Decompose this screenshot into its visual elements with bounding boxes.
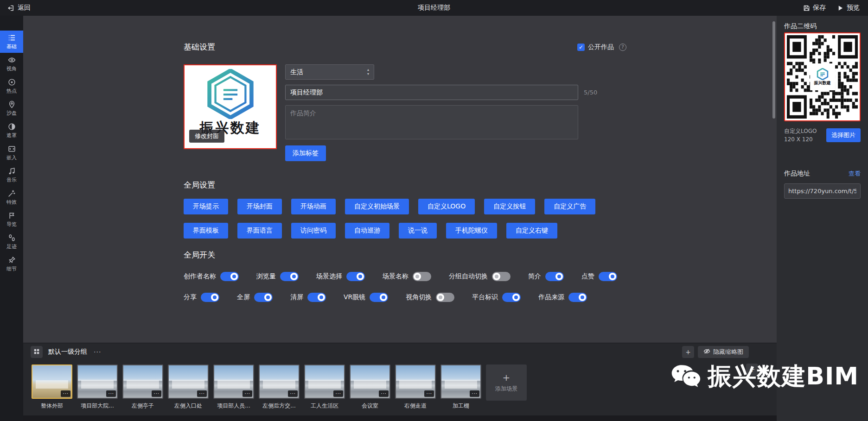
- sidebar-item-effects[interactable]: 特效: [0, 186, 23, 208]
- toggle-on[interactable]: [254, 293, 273, 302]
- global-setting-button[interactable]: 说一说: [399, 223, 437, 239]
- toggle-off[interactable]: [436, 293, 454, 302]
- add-scene-button[interactable]: + 添加场景: [486, 364, 527, 401]
- scene-thumbnail[interactable]: ···: [259, 364, 300, 399]
- switch-item: 简介: [528, 272, 564, 281]
- scene-thumbnail[interactable]: ···: [168, 364, 209, 399]
- scene-more-button[interactable]: ···: [106, 390, 116, 397]
- hide-thumbnails-button[interactable]: 隐藏缩略图: [698, 346, 749, 358]
- scene-item[interactable]: ···右侧走道: [395, 364, 436, 410]
- sidebar-item-basic[interactable]: 基础: [0, 31, 23, 53]
- scene-thumbnail[interactable]: ···: [350, 364, 390, 399]
- scene-item[interactable]: ···项目部人员...: [213, 364, 254, 410]
- sidebar-item-footprints[interactable]: 足迹: [0, 231, 23, 253]
- toggle-on[interactable]: [201, 293, 219, 302]
- toggle-on[interactable]: [370, 293, 388, 302]
- scene-more-button[interactable]: ···: [470, 390, 479, 397]
- scene-name: 右侧走道: [395, 402, 436, 410]
- global-setting-button[interactable]: 界面语言: [237, 223, 282, 239]
- global-setting-button[interactable]: 开场提示: [184, 199, 228, 214]
- scene-thumbnail[interactable]: ···: [213, 364, 254, 399]
- sidebar-item-sandbox[interactable]: 沙盘: [0, 97, 23, 119]
- scene-more-button[interactable]: ···: [379, 390, 389, 397]
- scene-name: 左侧后方交...: [259, 402, 300, 410]
- global-setting-button[interactable]: 界面模板: [184, 223, 228, 239]
- view-link[interactable]: 查看: [849, 170, 861, 178]
- group-more-button[interactable]: ···: [92, 347, 103, 357]
- scene-thumbnail[interactable]: ···: [395, 364, 436, 399]
- toggle-on[interactable]: [220, 272, 239, 281]
- scene-more-button[interactable]: ···: [61, 390, 70, 397]
- toggle-on[interactable]: [502, 293, 521, 302]
- scene-more-button[interactable]: ···: [197, 390, 207, 397]
- scenes-panel-header: 默认一级分组 ··· + 隐藏缩略图: [23, 343, 777, 361]
- sidebar-item-mask[interactable]: 遮罩: [0, 119, 23, 142]
- scenes-strip: ···整体外部···项目部大院...···左侧亭子···左侧入口处···项目部人…: [23, 361, 777, 410]
- scene-item[interactable]: ···整体外部: [32, 364, 72, 410]
- scene-item[interactable]: ···会议室: [350, 364, 390, 410]
- scene-thumbnail[interactable]: ···: [122, 364, 163, 399]
- title-input[interactable]: [285, 85, 578, 100]
- global-setting-button[interactable]: 开场封面: [237, 199, 282, 214]
- cover-image[interactable]: 振兴数建 修改封面: [184, 64, 277, 149]
- scene-more-button[interactable]: ···: [288, 390, 298, 397]
- global-setting-button[interactable]: 自定义右键: [506, 223, 557, 239]
- sidebar-item-music[interactable]: 音乐: [0, 164, 23, 186]
- toggle-on[interactable]: [346, 272, 365, 281]
- scene-item[interactable]: ···工人生活区: [304, 364, 345, 410]
- add-tag-button[interactable]: 添加标签: [285, 145, 326, 161]
- change-cover-button[interactable]: 修改封面: [189, 130, 224, 143]
- scene-more-button[interactable]: ···: [152, 390, 161, 397]
- sidebar-item-view[interactable]: 视角: [0, 53, 23, 75]
- strip-add-button[interactable]: +: [746, 364, 758, 376]
- preview-button[interactable]: 预览: [837, 4, 860, 12]
- toggle-on[interactable]: [280, 272, 299, 281]
- scene-thumbnail[interactable]: ···: [32, 364, 72, 399]
- global-setting-button[interactable]: 自定义LOGO: [418, 199, 475, 214]
- global-setting-button[interactable]: 手机陀螺仪: [446, 223, 497, 239]
- global-setting-button[interactable]: 访问密码: [291, 223, 336, 239]
- scene-more-button[interactable]: ···: [333, 390, 343, 397]
- scene-item[interactable]: ···左侧亭子: [122, 364, 163, 410]
- scene-item[interactable]: ···项目部大院...: [77, 364, 118, 410]
- vertical-scrollbar[interactable]: [772, 21, 775, 119]
- global-setting-button[interactable]: 自动巡游: [345, 223, 389, 239]
- sidebar-item-tour[interactable]: 导览: [0, 208, 23, 231]
- scene-more-button[interactable]: ···: [243, 390, 252, 397]
- sidebar-item-hotspot[interactable]: 热点: [0, 75, 23, 97]
- hide-thumbnails-label: 隐藏缩略图: [713, 348, 743, 356]
- scene-item[interactable]: ···左侧入口处: [168, 364, 209, 410]
- global-setting-button[interactable]: 自定义初始场景: [345, 199, 409, 214]
- scene-thumbnail[interactable]: ···: [77, 364, 118, 399]
- work-url-input[interactable]: [784, 183, 861, 199]
- sidebar-item-detail[interactable]: 细节: [0, 253, 23, 275]
- category-select[interactable]: 生活 ▴▾: [285, 64, 374, 80]
- toggle-on[interactable]: [568, 293, 587, 302]
- scene-item[interactable]: ···左侧后方交...: [259, 364, 300, 410]
- scene-more-button[interactable]: ···: [424, 390, 434, 397]
- public-checkbox[interactable]: ✓: [577, 44, 585, 51]
- sidebar-item-embed[interactable]: 嵌入: [0, 142, 23, 164]
- scene-thumbnail[interactable]: ···: [304, 364, 345, 399]
- global-setting-button[interactable]: 开场动画: [291, 199, 336, 214]
- choose-image-button[interactable]: 选择图片: [826, 128, 861, 142]
- sidebar-item-label: 嵌入: [6, 154, 17, 161]
- toggle-on[interactable]: [545, 272, 564, 281]
- horizontal-scrollbar-track[interactable]: [23, 415, 777, 421]
- group-menu-button[interactable]: [31, 346, 43, 358]
- topbar: 返回 项目经理部 保存 预览: [0, 0, 868, 16]
- global-setting-button[interactable]: 自定义广告: [544, 199, 595, 214]
- description-textarea[interactable]: [285, 105, 578, 139]
- scenes-panel: 默认一级分组 ··· + 隐藏缩略图 ···整体外部···项目部大院...···…: [23, 343, 777, 421]
- save-button[interactable]: 保存: [803, 4, 826, 12]
- toggle-off[interactable]: [413, 272, 431, 281]
- scene-item[interactable]: ···加工棚: [440, 364, 481, 410]
- toggle-off[interactable]: [492, 272, 511, 281]
- scene-thumbnail[interactable]: ···: [440, 364, 481, 399]
- add-group-button[interactable]: +: [682, 346, 694, 358]
- back-button[interactable]: 返回: [0, 0, 38, 16]
- help-icon[interactable]: ?: [619, 44, 626, 51]
- global-setting-button[interactable]: 自定义按钮: [484, 199, 535, 214]
- toggle-on[interactable]: [599, 272, 617, 281]
- toggle-on[interactable]: [307, 293, 326, 302]
